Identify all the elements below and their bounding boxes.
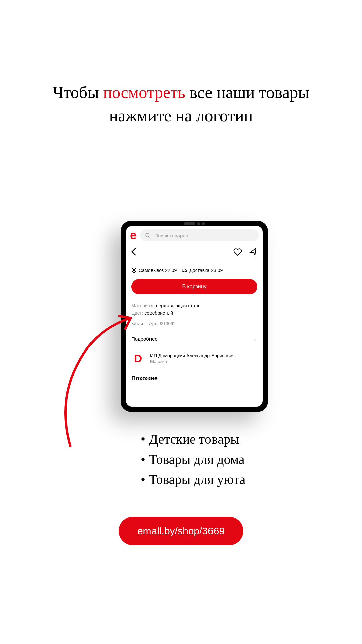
svg-point-4 [183,271,184,272]
svg-rect-3 [182,269,185,271]
seller-type: Магазин [150,359,257,364]
instruction-headline: Чтобы посмотреть все наши товары нажмите… [0,80,362,127]
list-item: Товары для уюта [141,470,245,490]
headline-part1: Чтобы [53,83,103,102]
svg-point-2 [133,269,135,271]
color-label: Цвет: [131,310,144,316]
seller-name: ИП Доморацкий Александр Борисович [150,353,257,358]
list-item: Товары для дома [141,449,245,470]
material-value: нержавеющая сталь [156,303,200,308]
seller-logo: D [131,352,145,365]
search-placeholder: Поиск товаров [154,233,188,238]
shipping-text: Доставка 23.09 [189,268,223,273]
url-text: emall.by/shop/3669 [137,525,225,536]
add-to-cart-button[interactable]: В корзину [131,279,257,294]
chevron-down-icon: ⌄ [253,336,257,342]
svg-point-0 [146,233,149,237]
favorite-button[interactable] [233,248,242,258]
headline-accent: посмотреть [103,83,185,102]
product-meta: Китай Арт. 9213061 [126,318,263,331]
tablet-device-frame: e Поиск товаров Самовывоз 22 [121,221,268,412]
tablet-screen: e Поиск товаров Самовывоз 22 [126,226,263,407]
material-label: Материал: [131,303,156,308]
search-icon [145,232,151,238]
details-label: Подробнее [131,336,158,342]
app-header: e Поиск товаров [126,226,263,244]
pickup-info: Самовывоз 22.09 [131,268,177,273]
svg-point-5 [186,271,187,272]
headline-part2: все наши товары [185,83,309,102]
category-list: Детские товары Товары для дома Товары дл… [141,429,245,490]
headline-line2: нажмите на логотип [109,106,253,125]
nav-row [126,244,263,260]
shop-url-button[interactable]: emall.by/shop/3669 [119,517,243,545]
search-input[interactable]: Поиск товаров [140,229,259,241]
share-icon [249,248,257,256]
truck-icon [182,268,187,273]
details-expand[interactable]: Подробнее ⌄ [126,331,263,347]
delivery-info: Самовывоз 22.09 Доставка 23.09 [126,260,263,277]
location-icon [131,268,137,273]
color-value: серебристый [144,310,173,316]
svg-line-1 [149,236,150,238]
product-specs: Материал: нержавеющая сталь Цвет: серебр… [126,299,263,318]
back-button[interactable] [131,248,136,258]
country-origin: Китай [131,321,143,326]
seller-link[interactable]: D ИП Доморацкий Александр Борисович Мага… [126,347,263,370]
pickup-text: Самовывоз 22.09 [139,268,177,273]
similar-products-heading: Похожие [126,370,263,382]
share-button[interactable] [249,248,257,258]
tablet-notch [184,222,205,225]
brand-logo[interactable]: e [130,229,137,241]
cart-label: В корзину [182,284,206,289]
shipping-info: Доставка 23.09 [182,268,223,273]
list-item: Детские товары [141,429,245,449]
article-number: Арт. 9213061 [149,321,175,326]
heart-icon [233,248,242,256]
